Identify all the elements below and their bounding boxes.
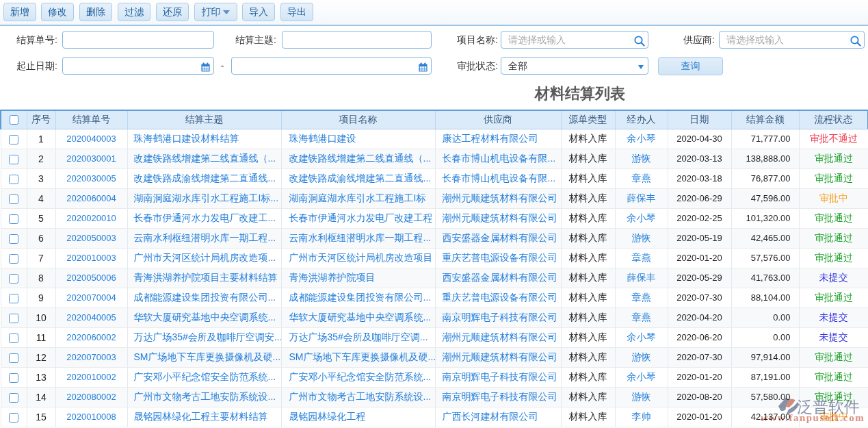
- svg-text:www.fanpusoft.com: www.fanpusoft.com: [761, 412, 865, 423]
